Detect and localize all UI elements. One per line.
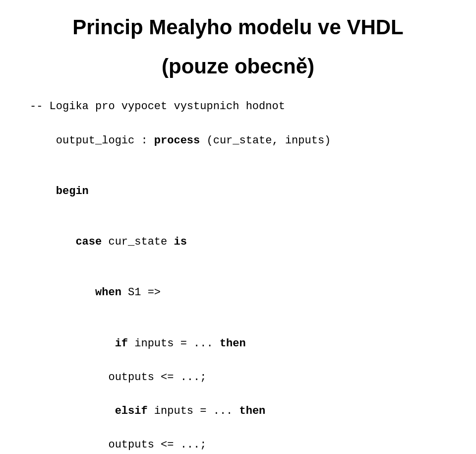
kw-then1: then	[220, 337, 246, 350]
code-comment: -- Logika pro vypocet vystupnich hodnot	[30, 98, 456, 115]
kw-elsif: elsif	[115, 405, 148, 417]
kw-process: process	[154, 134, 200, 147]
code-when1: when S1 =>	[30, 267, 456, 318]
code-case: case cur_state is	[30, 217, 456, 267]
page-title-line2: (pouze obecně)	[20, 55, 456, 78]
kw-then2: then	[239, 405, 266, 417]
code-indent-elsif	[56, 405, 115, 417]
page-title-line1: Princip Mealyho modelu ve VHDL	[20, 15, 456, 40]
code-indent-when1	[56, 286, 95, 299]
code-elsif: elsif inputs = ... then	[30, 386, 456, 437]
code-output-logic: output_logic : process (cur_state, input…	[30, 115, 456, 166]
code-outputs2: outputs <= ...;	[30, 437, 456, 454]
code-begin: begin	[30, 166, 456, 217]
kw-when1: when	[95, 286, 121, 299]
code-outputs1: outputs <= ...;	[30, 369, 456, 386]
kw-if1: if	[115, 337, 128, 350]
code-block: -- Logika pro vypocet vystupnich hodnot …	[20, 98, 456, 454]
code-output-logic-text: output_logic :	[56, 134, 154, 147]
code-if1-cond: inputs = ...	[128, 337, 220, 350]
code-indent-case	[56, 236, 76, 248]
code-process-args: (cur_state, inputs)	[200, 134, 331, 147]
code-case-var: cur_state	[102, 236, 174, 248]
code-if1: if inputs = ... then	[30, 319, 456, 369]
code-when1-val: S1 =>	[121, 286, 161, 299]
code-indent-if1	[56, 337, 115, 350]
code-elsif-cond: inputs = ...	[148, 405, 239, 417]
kw-case: case	[75, 236, 102, 248]
kw-is: is	[174, 236, 186, 248]
kw-begin: begin	[56, 185, 89, 197]
